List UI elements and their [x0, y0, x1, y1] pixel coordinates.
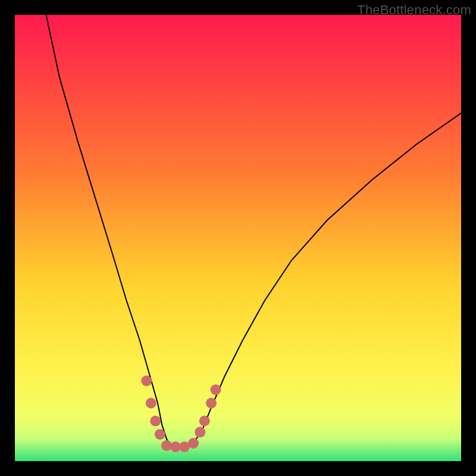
plot-svg [15, 15, 461, 461]
marker-dot [195, 427, 205, 437]
chart-frame: TheBottleneck.com [0, 0, 476, 476]
marker-dot [150, 416, 161, 427]
plot-area [15, 15, 461, 461]
marker-dot [146, 398, 156, 409]
marker-dot [206, 398, 217, 409]
gradient-background [15, 15, 461, 461]
marker-dot [199, 416, 210, 427]
marker-dot [155, 429, 165, 440]
marker-dot [141, 375, 152, 386]
marker-dot [188, 438, 199, 449]
marker-dot [211, 384, 221, 395]
